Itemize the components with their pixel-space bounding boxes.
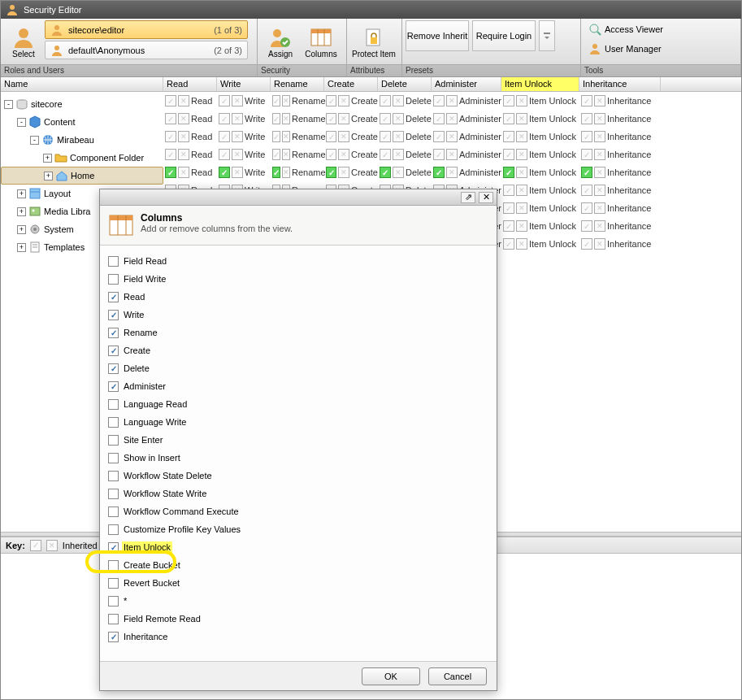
- remove-inherit-button[interactable]: Remove Inherit: [406, 20, 469, 51]
- allow-checkbox[interactable]: [581, 185, 592, 196]
- column-checkbox[interactable]: [108, 524, 119, 535]
- column-checkbox[interactable]: [108, 310, 119, 320]
- column-header[interactable]: Rename: [271, 77, 324, 91]
- allow-checkbox[interactable]: [380, 149, 391, 160]
- account-row-0[interactable]: sitecore\editor(1 of 3): [45, 20, 248, 39]
- deny-checkbox[interactable]: [516, 95, 527, 107]
- allow-checkbox[interactable]: [326, 149, 336, 160]
- column-checkbox[interactable]: [108, 292, 119, 302]
- column-header[interactable]: Inheritance: [579, 77, 661, 91]
- tree-row[interactable]: -Content: [1, 113, 163, 131]
- deny-checkbox[interactable]: [338, 149, 349, 160]
- allow-checkbox[interactable]: [503, 185, 514, 196]
- column-checkbox[interactable]: [108, 578, 119, 589]
- allow-checkbox[interactable]: [165, 113, 176, 124]
- allow-checkbox[interactable]: [503, 113, 514, 124]
- deny-checkbox[interactable]: [446, 167, 458, 178]
- deny-checkbox[interactable]: [594, 149, 605, 160]
- deny-checkbox[interactable]: [178, 95, 189, 107]
- deny-checkbox[interactable]: [446, 113, 458, 124]
- column-checkbox[interactable]: [108, 399, 119, 410]
- columns-button[interactable]: Columns: [302, 20, 341, 63]
- deny-checkbox[interactable]: [594, 131, 605, 142]
- allow-checkbox[interactable]: [581, 202, 592, 214]
- deny-checkbox[interactable]: [338, 167, 349, 178]
- deny-checkbox[interactable]: [594, 113, 605, 124]
- expand-toggle[interactable]: +: [17, 207, 26, 216]
- expand-toggle[interactable]: +: [43, 154, 52, 163]
- deny-checkbox[interactable]: [393, 113, 404, 124]
- deny-checkbox[interactable]: [393, 131, 404, 142]
- deny-checkbox[interactable]: [178, 149, 189, 160]
- allow-checkbox[interactable]: [219, 167, 230, 178]
- allow-checkbox[interactable]: [581, 149, 592, 160]
- deny-checkbox[interactable]: [516, 131, 527, 142]
- expand-toggle[interactable]: +: [17, 189, 26, 198]
- deny-checkbox[interactable]: [594, 238, 605, 250]
- deny-checkbox[interactable]: [516, 149, 527, 160]
- allow-checkbox[interactable]: [326, 113, 336, 124]
- allow-checkbox[interactable]: [380, 95, 391, 107]
- deny-checkbox[interactable]: [393, 167, 404, 178]
- deny-checkbox[interactable]: [594, 185, 605, 196]
- user-manager-button[interactable]: User Manager: [584, 40, 667, 58]
- column-header[interactable]: Item Unlock: [501, 77, 579, 91]
- allow-checkbox[interactable]: [503, 167, 514, 178]
- deny-checkbox[interactable]: [516, 202, 527, 214]
- column-checkbox[interactable]: [108, 560, 119, 571]
- column-header[interactable]: Write: [217, 77, 271, 91]
- deny-checkbox[interactable]: [446, 95, 458, 107]
- tree-row[interactable]: -Mirabeau: [1, 131, 163, 149]
- deny-checkbox[interactable]: [338, 95, 349, 107]
- expand-toggle[interactable]: +: [17, 225, 26, 234]
- assign-button[interactable]: Assign: [261, 20, 300, 63]
- deny-checkbox[interactable]: [178, 167, 189, 178]
- allow-checkbox[interactable]: [503, 220, 514, 232]
- column-checkbox[interactable]: [108, 274, 119, 285]
- allow-checkbox[interactable]: [380, 131, 391, 142]
- column-checkbox[interactable]: [108, 596, 119, 607]
- allow-checkbox[interactable]: [581, 131, 592, 142]
- allow-checkbox[interactable]: [326, 131, 336, 142]
- allow-checkbox[interactable]: [272, 149, 280, 160]
- deny-checkbox[interactable]: [232, 149, 243, 160]
- column-checkbox[interactable]: [108, 435, 119, 446]
- dialog-popout-button[interactable]: ⇗: [461, 192, 475, 203]
- allow-checkbox[interactable]: [165, 149, 176, 160]
- deny-checkbox[interactable]: [282, 95, 290, 107]
- allow-checkbox[interactable]: [503, 149, 514, 160]
- column-checkbox[interactable]: [108, 346, 119, 356]
- allow-checkbox[interactable]: [581, 220, 592, 232]
- column-checkbox[interactable]: [108, 614, 119, 624]
- presets-more-button[interactable]: [539, 20, 555, 51]
- allow-checkbox[interactable]: [433, 95, 445, 107]
- expand-toggle[interactable]: -: [17, 118, 26, 127]
- column-checkbox[interactable]: [108, 489, 119, 499]
- allow-checkbox[interactable]: [272, 167, 280, 178]
- column-checkbox[interactable]: [108, 507, 119, 517]
- tree-row[interactable]: +Component Folder: [1, 149, 163, 167]
- deny-checkbox[interactable]: [338, 131, 349, 142]
- dialog-close-button[interactable]: ✕: [479, 192, 493, 203]
- protect-item-button[interactable]: Protect Item: [350, 20, 397, 63]
- deny-checkbox[interactable]: [232, 131, 243, 142]
- access-viewer-button[interactable]: Access Viewer: [584, 20, 667, 38]
- allow-checkbox[interactable]: [380, 113, 391, 124]
- allow-checkbox[interactable]: [165, 167, 176, 178]
- column-checkbox[interactable]: [108, 256, 119, 267]
- column-header[interactable]: Read: [163, 77, 217, 91]
- deny-checkbox[interactable]: [232, 95, 243, 107]
- account-row-1[interactable]: default\Anonymous(2 of 3): [45, 41, 248, 59]
- deny-checkbox[interactable]: [282, 131, 290, 142]
- allow-checkbox[interactable]: [503, 202, 514, 214]
- deny-checkbox[interactable]: [178, 113, 189, 124]
- column-checkbox[interactable]: [108, 632, 119, 642]
- ok-button[interactable]: OK: [362, 667, 420, 685]
- allow-checkbox[interactable]: [326, 167, 336, 178]
- allow-checkbox[interactable]: [272, 113, 280, 124]
- allow-checkbox[interactable]: [503, 131, 514, 142]
- allow-checkbox[interactable]: [219, 149, 230, 160]
- deny-checkbox[interactable]: [516, 238, 527, 250]
- deny-checkbox[interactable]: [594, 167, 605, 178]
- select-account-button[interactable]: Select: [4, 20, 43, 63]
